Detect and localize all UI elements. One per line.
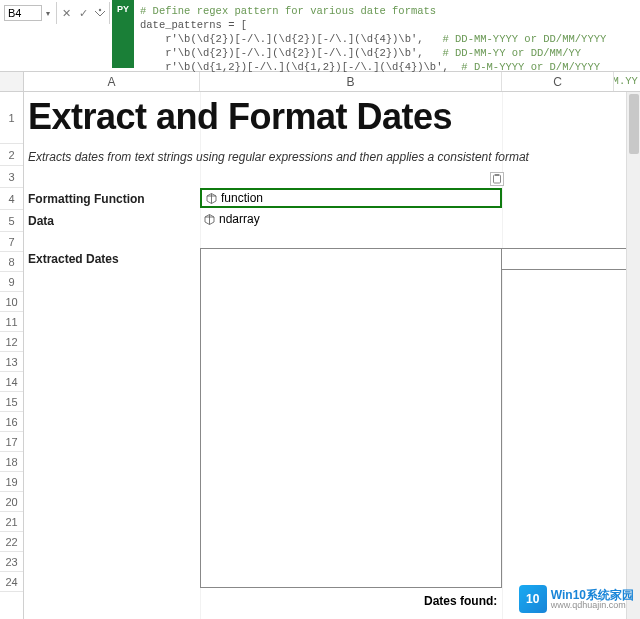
row-header[interactable]: 7	[0, 232, 23, 252]
row-header[interactable]: 3	[0, 166, 23, 188]
row-header[interactable]: 19	[0, 472, 23, 492]
row-header[interactable]: 2	[0, 144, 23, 166]
confirm-icon[interactable]: ✓	[76, 4, 90, 22]
svg-point-0	[99, 9, 101, 11]
formula-bar: ▾ ✕ ✓ PY # Define regex pattern for vari…	[0, 0, 640, 72]
python-badge: PY	[112, 0, 134, 68]
name-box-wrap: ▾	[0, 2, 57, 24]
row-header[interactable]: 10	[0, 292, 23, 312]
row-header[interactable]: 20	[0, 492, 23, 512]
name-box-dropdown[interactable]: ▾	[42, 3, 54, 23]
label-data: Data	[28, 214, 54, 228]
col-header-a[interactable]: A	[24, 72, 200, 91]
col-header-b[interactable]: B	[200, 72, 502, 91]
label-formatting-function: Formatting Function	[28, 192, 145, 206]
svg-rect-2	[495, 174, 499, 176]
watermark: 10 Win10系统家园 www.qdhuajin.com	[519, 585, 634, 613]
grid-body: 12345789101112131415161718192021222324 E…	[0, 92, 640, 619]
name-box[interactable]	[4, 5, 42, 21]
column-headers: A B C	[0, 72, 640, 92]
extracted-dates-output-side[interactable]	[502, 248, 636, 270]
svg-rect-1	[494, 175, 501, 183]
row-header[interactable]: 24	[0, 572, 23, 592]
row-header[interactable]: 18	[0, 452, 23, 472]
watermark-line1: Win10系统家园	[551, 589, 634, 601]
row-header[interactable]: 14	[0, 372, 23, 392]
value-data: ndarray	[219, 212, 260, 226]
value-formatting-function: function	[221, 191, 263, 205]
col-header-c[interactable]: C	[502, 72, 614, 91]
row-headers: 12345789101112131415161718192021222324	[0, 92, 24, 619]
row-header[interactable]: 5	[0, 210, 23, 232]
row-header[interactable]: 15	[0, 392, 23, 412]
dates-found-label: Dates found:	[424, 594, 497, 608]
row-header[interactable]: 11	[0, 312, 23, 332]
cell-data[interactable]: ndarray	[204, 212, 260, 226]
cell-formatting-function[interactable]: function	[200, 188, 502, 208]
row-header[interactable]: 13	[0, 352, 23, 372]
cancel-icon[interactable]: ✕	[59, 4, 73, 22]
sheet-area[interactable]: Extract and Format Dates Extracts dates …	[24, 92, 640, 619]
label-extracted-dates: Extracted Dates	[28, 252, 119, 266]
extracted-dates-output[interactable]	[200, 248, 502, 588]
object-icon	[206, 193, 217, 204]
row-header[interactable]: 9	[0, 272, 23, 292]
scrollbar-thumb[interactable]	[629, 94, 639, 154]
row-header[interactable]: 8	[0, 252, 23, 272]
object-icon	[204, 214, 215, 225]
page-title: Extract and Format Dates	[28, 96, 452, 138]
row-header[interactable]: 1	[0, 92, 23, 144]
vertical-scrollbar[interactable]	[626, 92, 640, 619]
watermark-line2: www.qdhuajin.com	[551, 601, 634, 610]
row-header[interactable]: 22	[0, 532, 23, 552]
row-header[interactable]: 4	[0, 188, 23, 210]
watermark-logo: 10	[519, 585, 547, 613]
select-all-corner[interactable]	[0, 72, 24, 91]
formula-bar-controls: ✕ ✓	[57, 2, 110, 24]
card-icon[interactable]	[490, 172, 504, 186]
row-header[interactable]: 16	[0, 412, 23, 432]
fx-dropdown-icon[interactable]	[93, 4, 107, 22]
page-subtitle: Extracts dates from text strings using r…	[28, 150, 529, 164]
row-header[interactable]: 17	[0, 432, 23, 452]
row-header[interactable]: 12	[0, 332, 23, 352]
row-header[interactable]: 21	[0, 512, 23, 532]
row-header[interactable]: 23	[0, 552, 23, 572]
